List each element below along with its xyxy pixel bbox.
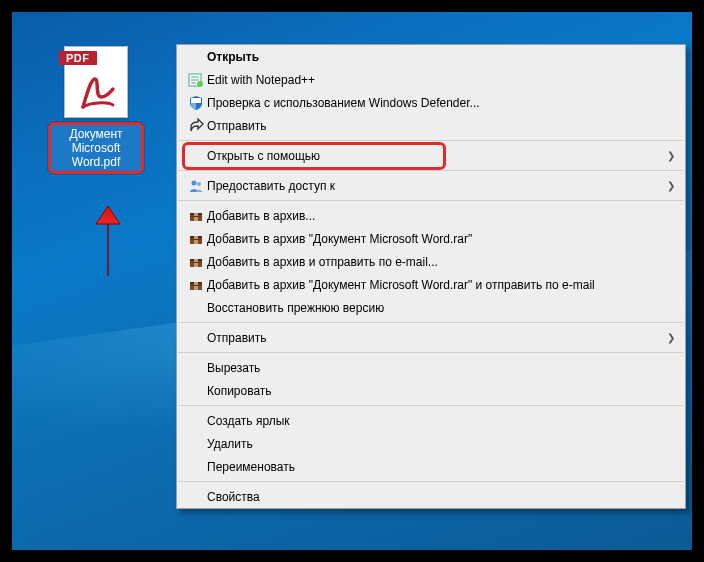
menu-send-to[interactable]: Отправить ❯ [177,326,685,349]
svg-rect-14 [190,262,202,263]
svg-rect-17 [190,285,202,286]
svg-point-1 [197,81,203,87]
menu-rar-email[interactable]: Добавить в архив и отправить по e-mail..… [177,250,685,273]
winrar-icon [185,231,207,247]
menu-separator [178,200,684,201]
menu-separator [178,352,684,353]
menu-defender-scan[interactable]: Проверка с использованием Windows Defend… [177,91,685,114]
menu-rar-add[interactable]: Добавить в архив... [177,204,685,227]
menu-copy[interactable]: Копировать [177,379,685,402]
menu-properties[interactable]: Свойства [177,485,685,508]
submenu-arrow-icon: ❯ [667,180,675,191]
submenu-arrow-icon: ❯ [667,150,675,161]
menu-cut[interactable]: Вырезать [177,356,685,379]
menu-open[interactable]: Открыть [177,45,685,68]
people-icon [185,178,207,194]
notepad-plus-icon [185,72,207,88]
winrar-icon [185,277,207,293]
svg-rect-8 [190,216,202,217]
file-label: Документ Microsoft Word.pdf [48,122,144,174]
menu-rename[interactable]: Переименовать [177,455,685,478]
menu-rar-add-named[interactable]: Добавить в архив "Документ Microsoft Wor… [177,227,685,250]
desktop-background: PDF Документ Microsoft Word.pdf Открыть … [12,12,692,550]
pdf-file[interactable]: PDF Документ Microsoft Word.pdf [48,46,144,174]
share-arrow-icon [185,118,207,134]
menu-rar-named-email[interactable]: Добавить в архив "Документ Microsoft Wor… [177,273,685,296]
menu-separator [178,322,684,323]
callout-arrow-file [88,206,128,276]
svg-rect-11 [190,239,202,240]
svg-point-5 [197,182,201,186]
svg-point-4 [192,180,197,185]
menu-edit-notepad[interactable]: Edit with Notepad++ [177,68,685,91]
adobe-reader-icon [77,73,117,113]
menu-separator [178,170,684,171]
menu-grant-access[interactable]: Предоставить доступ к ❯ [177,174,685,197]
menu-separator [178,481,684,482]
menu-share[interactable]: Отправить [177,114,685,137]
menu-open-with[interactable]: Открыть с помощью ❯ [177,144,685,167]
defender-shield-icon [185,95,207,111]
menu-separator [178,140,684,141]
winrar-icon [185,254,207,270]
menu-restore-version[interactable]: Восстановить прежнюю версию [177,296,685,319]
pdf-badge: PDF [59,51,97,65]
context-menu: Открыть Edit with Notepad++ Проверка с и… [176,44,686,509]
pdf-thumbnail: PDF [64,46,128,118]
menu-separator [178,405,684,406]
winrar-icon [185,208,207,224]
submenu-arrow-icon: ❯ [667,332,675,343]
menu-delete[interactable]: Удалить [177,432,685,455]
svg-rect-3 [191,98,196,109]
menu-create-shortcut[interactable]: Создать ярлык [177,409,685,432]
